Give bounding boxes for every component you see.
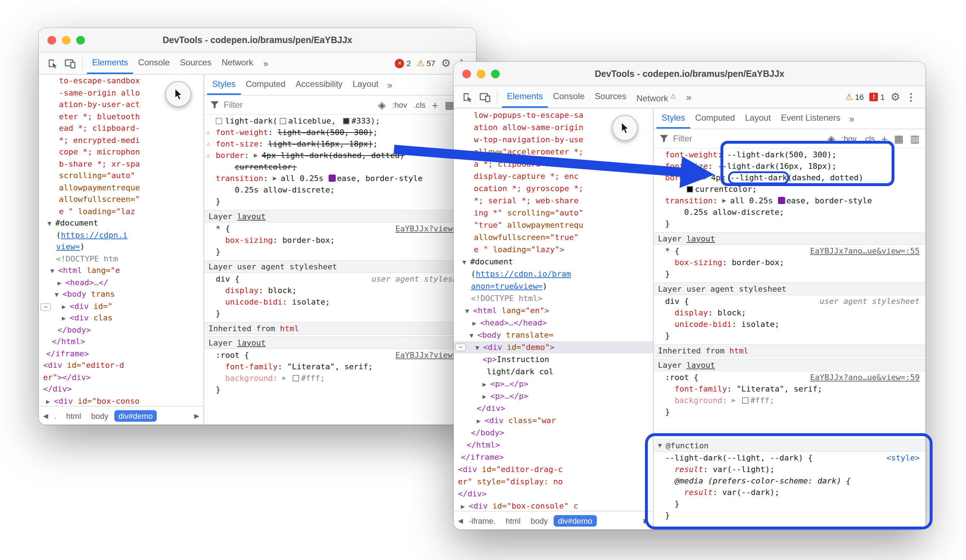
node-more-button[interactable]: ⋯ <box>455 344 466 351</box>
style-declaration-line[interactable]: light-dark(aliceblue, #333); <box>204 115 476 126</box>
style-declaration-line[interactable]: result: var(--light); <box>654 463 925 475</box>
dom-tree-node[interactable]: *; encrypted-medi <box>39 135 204 147</box>
dom-tree-node[interactable]: ▶ <div id="box-console" c <box>454 500 653 511</box>
new-style-rule-button[interactable]: + <box>432 99 439 111</box>
dom-tree-node[interactable]: ▶ <p>…</p> <box>454 390 653 402</box>
dom-tree-node[interactable]: ▶ <head>…</ <box>39 277 204 289</box>
dom-tree-node[interactable]: ⋯▶ <div id=" <box>39 301 204 313</box>
style-declaration-line[interactable]: --light-dark(--light, --dark) {<style> <box>654 452 925 463</box>
tab-console[interactable]: Console <box>548 86 590 108</box>
dom-tree-node[interactable]: allow="accelerometer *; <box>454 146 653 158</box>
link[interactable]: layout <box>687 234 715 243</box>
dom-tree-node[interactable]: <div id="editor-d <box>39 360 204 372</box>
dom-tree-node[interactable]: allowfullscreen=" <box>39 194 204 206</box>
color-swatch[interactable] <box>280 118 286 124</box>
stylesheet-link[interactable]: user agent stylesheet <box>820 296 925 306</box>
color-swatch[interactable] <box>686 186 693 192</box>
style-declaration-line[interactable]: } <box>204 246 476 257</box>
dom-tree-node[interactable]: a *; clipboard-read *; <box>454 158 653 170</box>
dom-tree-node[interactable]: <!DOCTYPE html> <box>454 292 653 305</box>
warning-badge[interactable]: ⚠ 16 <box>845 93 864 101</box>
tab-layout[interactable]: Layout <box>348 75 384 95</box>
style-declaration-line[interactable]: font-family: "Literata", serif; <box>654 383 925 395</box>
device-toolbar-icon[interactable] <box>62 55 78 71</box>
style-declaration-line[interactable]: font-size: --light-dark(16px, 18px); <box>654 160 925 172</box>
tab-accessibility[interactable]: Accessibility <box>291 75 348 95</box>
more-tabs-chevron[interactable]: » <box>384 79 396 90</box>
style-declaration-line[interactable]: unicode-bidi: isolate; <box>204 296 476 308</box>
warning-badge[interactable]: ⚠ 57 <box>417 59 435 67</box>
inspect-element-icon[interactable] <box>44 55 61 71</box>
easing-icon[interactable] <box>778 197 785 204</box>
filter-input[interactable]: Filter <box>673 134 692 144</box>
dom-tree-node[interactable]: b-share *; xr-spa <box>39 159 204 170</box>
dom-tree-node[interactable]: ▶ <div id="box-conso <box>39 395 204 406</box>
tab-styles[interactable]: Styles <box>207 75 240 95</box>
devtools-window-back[interactable]: DevTools - codepen.io/bramus/pen/EaYBJJx… <box>39 28 476 424</box>
dom-tree-node[interactable]: <!DOCTYPE htm <box>39 253 204 265</box>
node-more-button[interactable]: ⋯ <box>40 303 51 311</box>
style-declaration-line[interactable]: font-family: "Literata", serif; <box>204 361 476 372</box>
style-declaration-line[interactable]: ⚠font-size: light-dark(16px, 18px); <box>204 138 476 149</box>
style-declaration-line[interactable]: } <box>654 218 925 229</box>
style-declaration-line[interactable]: display: block; <box>204 285 476 296</box>
dom-tree-node[interactable]: ▶ <head>…</head> <box>454 317 653 329</box>
dom-tree-node[interactable]: (https://cdpn.i <box>39 229 204 241</box>
tab-sources[interactable]: Sources <box>175 52 217 74</box>
settings-gear-icon[interactable]: ⚙ <box>890 90 900 103</box>
tab-elements[interactable]: Elements <box>502 86 548 108</box>
dom-tree-node[interactable]: ▶ <div clas <box>39 313 204 324</box>
dom-tree-node[interactable]: ▼ <body translate= <box>454 329 653 341</box>
stylesheet-link[interactable]: EaYBJJx?ano…ue&view=:59 <box>810 372 925 382</box>
dom-tree-node[interactable]: er"></div> <box>39 372 204 384</box>
style-declaration-line[interactable]: } <box>204 195 476 207</box>
devtools-window-front[interactable]: DevTools - codepen.io/bramus/pen/EaYBJJx… <box>454 62 925 529</box>
style-declaration-line[interactable]: background: ▶ #fff; <box>204 372 476 384</box>
error-badge[interactable]: × 2 <box>395 59 411 68</box>
tab-styles[interactable]: Styles <box>657 108 690 129</box>
style-declaration-line[interactable]: currentcolor; <box>204 161 476 172</box>
style-declaration-line[interactable]: 0.25s allow-discrete; <box>654 206 925 218</box>
breadcrumb-iframe[interactable]: -iframe. <box>465 515 500 526</box>
dom-tree-node[interactable]: ▶ <p>…</p> <box>454 378 653 390</box>
more-tabs-chevron[interactable]: » <box>260 58 272 69</box>
style-declaration-line[interactable]: :root {EaYBJJx?view= <box>204 349 476 361</box>
dom-tree-node[interactable]: ocation *; gyroscope *; <box>454 182 653 195</box>
breadcrumb-div#demo[interactable]: div#demo <box>554 515 596 526</box>
style-declaration-line[interactable]: * {EaYBJJx?ano…ue&view=:55 <box>654 245 925 257</box>
style-declaration-line[interactable]: * {EaYBJJx?view= <box>204 223 476 234</box>
dom-tree-node[interactable]: scrolling="auto" <box>39 170 204 182</box>
style-declaration-line[interactable]: } <box>654 509 925 521</box>
dom-tree-node[interactable]: <div id="editor-drag-c <box>454 463 653 476</box>
layers-icon[interactable]: ◈ <box>827 133 835 144</box>
crumbs-scroll-right-icon[interactable]: ▶ <box>644 517 649 524</box>
dom-tree-node[interactable]: ▼ <html lang="e <box>39 265 204 277</box>
dom-tree-node[interactable]: ing *" scrolling="auto" <box>454 207 653 219</box>
class-toggle[interactable]: .cls <box>863 134 875 143</box>
easing-icon[interactable] <box>328 175 335 182</box>
style-declaration-line[interactable]: currentcolor; <box>654 183 925 195</box>
pseudo-state-toggle[interactable]: :hov <box>842 134 857 143</box>
crumbs-scroll-right-icon[interactable]: ▶ <box>194 412 199 419</box>
link[interactable]: layout <box>237 211 266 221</box>
crumbs-scroll-left-icon[interactable]: ◀ <box>43 412 48 419</box>
style-declaration-line[interactable]: border: ▶ 4px --light-dark(dashed, dotte… <box>654 172 925 183</box>
style-declaration-line[interactable]: } <box>654 406 925 418</box>
dom-tree-node[interactable]: display-capture *; enc <box>454 170 653 182</box>
color-swatch[interactable] <box>742 397 748 403</box>
style-declaration-line[interactable]: transition: ▶ all 0.25s ease, border-sty… <box>654 195 925 206</box>
dom-tree-node[interactable]: ▶ <div class="war <box>454 414 653 427</box>
color-swatch[interactable] <box>343 118 349 124</box>
tab-elements[interactable]: Elements <box>87 52 133 74</box>
link[interactable]: layout <box>237 338 266 347</box>
dom-tree-node[interactable]: *; serial *; web-share <box>454 195 653 207</box>
tab-sources[interactable]: Sources <box>590 86 631 108</box>
breadcrumb-body[interactable]: body <box>526 515 552 526</box>
style-declaration-line[interactable]: div {user agent stylesh <box>204 273 476 285</box>
dom-tree-node[interactable]: ▼ #document <box>39 218 204 229</box>
style-declaration-line[interactable]: display: block; <box>654 307 925 318</box>
grid-icon[interactable]: ▦ <box>894 133 904 144</box>
color-swatch[interactable] <box>292 375 299 381</box>
computed-sidebar-toggle-icon[interactable]: ▥ <box>910 133 920 144</box>
breadcrumb-div#demo[interactable]: div#demo <box>114 410 157 421</box>
